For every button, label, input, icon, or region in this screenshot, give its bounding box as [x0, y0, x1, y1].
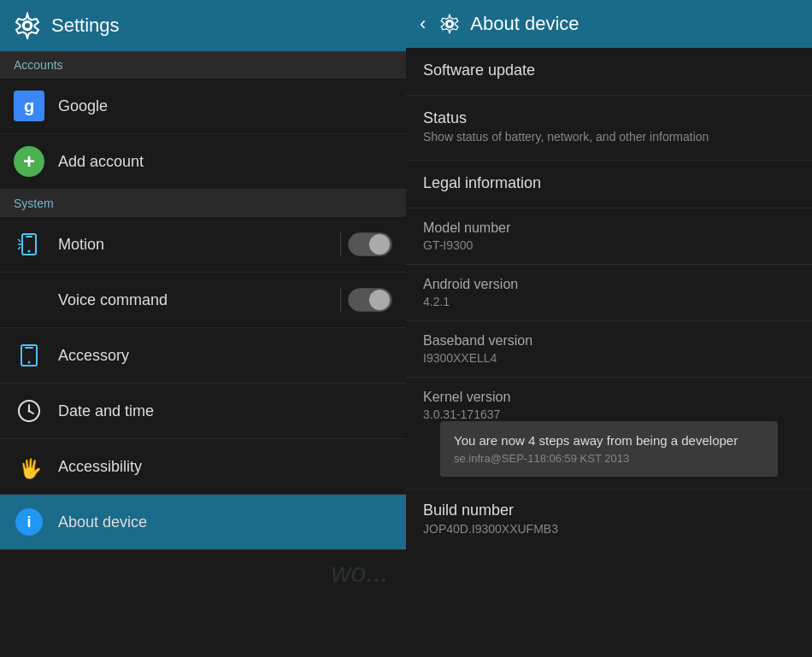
baseband-version-item: Baseband version I9300XXELL4 — [406, 321, 812, 378]
build-number-label: Build number — [423, 502, 795, 519]
svg-point-19 — [448, 22, 451, 26]
about-device-title: About device — [470, 13, 579, 35]
about-device-icon: i — [14, 507, 44, 537]
android-version-item: Android version 4.2.1 — [406, 265, 812, 321]
kernel-version-item: Kernel version 3.0.31-171637 You are now… — [406, 378, 812, 490]
accessory-label: Accessory — [58, 347, 129, 365]
motion-icon — [14, 229, 44, 260]
status-item[interactable]: Status Show status of battery, network, … — [406, 96, 812, 161]
legal-information-item[interactable]: Legal information — [406, 161, 812, 208]
model-number-label: Model number — [423, 220, 795, 236]
back-arrow-icon[interactable]: ‹ — [420, 13, 426, 35]
build-number-value: JOP40D.I9300XXUFMB3 — [423, 522, 795, 536]
baseband-version-label: Baseband version — [423, 333, 795, 349]
android-version-value: 4.2.1 — [423, 295, 795, 308]
tooltip-text: You are now 4 steps away from being a de… — [454, 433, 738, 448]
svg-point-2 — [25, 23, 30, 28]
sidebar-item-google[interactable]: g Google — [0, 79, 406, 134]
status-title: Status — [423, 109, 795, 127]
kernel-version-label: Kernel version — [423, 390, 795, 405]
android-version-label: Android version — [423, 277, 795, 292]
about-device-label: About device — [58, 513, 147, 531]
voice-command-icon — [14, 285, 44, 315]
date-time-label: Date and time — [58, 402, 154, 420]
settings-title: Settings — [51, 15, 120, 37]
model-number-value: GT-I9300 — [423, 238, 795, 252]
sidebar-item-add-account[interactable]: + Add account — [0, 134, 406, 190]
right-panel: ‹ About device Software update Status Sh… — [406, 0, 812, 657]
motion-toggle-container — [340, 232, 392, 256]
svg-point-11 — [28, 361, 31, 364]
left-panel: Settings Accounts g Google + Add account… — [0, 0, 406, 657]
legal-information-title: Legal information — [423, 174, 795, 192]
sidebar-item-voice-command[interactable]: Voice command — [0, 273, 406, 328]
software-update-item[interactable]: Software update — [406, 48, 812, 96]
svg-text:🖐: 🖐 — [19, 457, 43, 480]
about-device-header: ‹ About device — [406, 0, 812, 48]
build-number-item[interactable]: Build number JOP40D.I9300XXUFMB3 — [406, 490, 812, 548]
accessibility-label: Accessibility — [58, 458, 142, 476]
voice-command-toggle[interactable] — [348, 288, 392, 312]
software-update-title: Software update — [423, 62, 795, 79]
sidebar-item-accessibility[interactable]: 🖐 Accessibility — [0, 439, 406, 495]
svg-rect-4 — [26, 236, 32, 238]
voice-command-toggle-container — [340, 288, 392, 312]
accessory-icon — [14, 340, 44, 371]
sidebar-item-date-time[interactable]: Date and time — [0, 384, 406, 439]
kernel-version-value2: se.infra@SEP-118:06:59 KST 2013 — [454, 451, 764, 466]
motion-label: Motion — [58, 236, 104, 254]
accessibility-icon: 🖐 — [14, 451, 44, 482]
datetime-icon — [14, 396, 44, 426]
accounts-section-label: Accounts — [0, 51, 406, 79]
google-label: Google — [58, 97, 108, 115]
svg-rect-10 — [25, 347, 33, 349]
gear-icon — [14, 12, 41, 39]
model-number-item: Model number GT-I9300 — [406, 208, 812, 265]
sidebar-item-about-device[interactable]: i About device — [0, 495, 406, 550]
google-icon: g — [14, 91, 44, 121]
add-account-label: Add account — [58, 153, 144, 171]
sidebar-item-accessory[interactable]: Accessory — [0, 328, 406, 384]
baseband-version-value: I9300XXELL4 — [423, 351, 795, 365]
voice-command-label: Voice command — [58, 291, 168, 309]
svg-line-6 — [18, 239, 21, 242]
system-section-label: System — [0, 190, 406, 217]
developer-tooltip: You are now 4 steps away from being a de… — [440, 421, 778, 477]
header-gear-icon — [438, 12, 462, 36]
settings-header: Settings — [0, 0, 406, 51]
status-subtitle: Show status of battery, network, and oth… — [423, 129, 795, 146]
motion-toggle[interactable] — [348, 232, 392, 256]
svg-point-15 — [28, 410, 31, 413]
svg-point-5 — [28, 250, 31, 253]
watermark: wo... — [331, 557, 389, 589]
sidebar-item-motion[interactable]: Motion — [0, 217, 406, 273]
add-account-icon: + — [14, 146, 44, 177]
svg-line-8 — [18, 247, 21, 249]
kernel-version-value: 3.0.31-171637 — [423, 408, 795, 421]
